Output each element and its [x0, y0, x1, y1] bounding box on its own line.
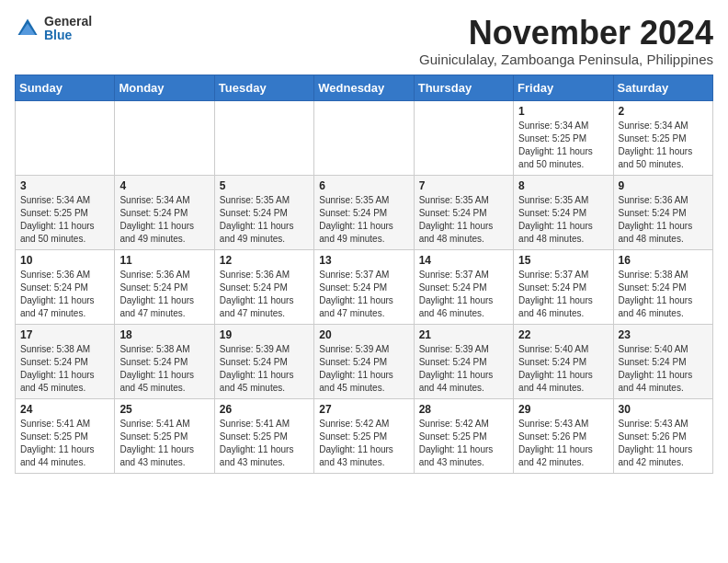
day-info: Sunrise: 5:35 AM Sunset: 5:24 PM Dayligh…: [419, 194, 508, 246]
calendar-cell: 9Sunrise: 5:36 AM Sunset: 5:24 PM Daylig…: [613, 175, 712, 249]
calendar-header-row: SundayMondayTuesdayWednesdayThursdayFrid…: [16, 75, 713, 100]
day-info: Sunrise: 5:35 AM Sunset: 5:24 PM Dayligh…: [319, 194, 408, 246]
calendar-cell: 22Sunrise: 5:40 AM Sunset: 5:24 PM Dayli…: [514, 324, 613, 398]
day-number: 16: [619, 254, 708, 267]
day-number: 18: [119, 328, 209, 341]
calendar-cell: 28Sunrise: 5:42 AM Sunset: 5:25 PM Dayli…: [414, 398, 513, 473]
calendar-cell: [314, 100, 414, 175]
day-info: Sunrise: 5:38 AM Sunset: 5:24 PM Dayligh…: [119, 343, 209, 395]
calendar-cell: 4Sunrise: 5:34 AM Sunset: 5:24 PM Daylig…: [115, 175, 214, 249]
calendar-week-row: 10Sunrise: 5:36 AM Sunset: 5:24 PM Dayli…: [16, 249, 713, 324]
calendar-cell: 14Sunrise: 5:37 AM Sunset: 5:24 PM Dayli…: [414, 249, 513, 324]
day-number: 7: [419, 179, 508, 192]
day-number: 11: [119, 254, 209, 267]
day-info: Sunrise: 5:36 AM Sunset: 5:24 PM Dayligh…: [119, 269, 209, 320]
calendar-cell: 11Sunrise: 5:36 AM Sunset: 5:24 PM Dayli…: [115, 249, 214, 324]
calendar-cell: 29Sunrise: 5:43 AM Sunset: 5:26 PM Dayli…: [514, 398, 613, 473]
calendar-cell: 16Sunrise: 5:38 AM Sunset: 5:24 PM Dayli…: [613, 249, 712, 324]
calendar-cell: [214, 100, 313, 175]
day-info: Sunrise: 5:36 AM Sunset: 5:24 PM Dayligh…: [20, 269, 109, 320]
day-number: 28: [419, 403, 508, 416]
day-number: 30: [619, 403, 708, 416]
calendar-cell: 27Sunrise: 5:42 AM Sunset: 5:25 PM Dayli…: [314, 398, 414, 473]
day-info: Sunrise: 5:36 AM Sunset: 5:24 PM Dayligh…: [220, 269, 309, 320]
calendar-cell: 18Sunrise: 5:38 AM Sunset: 5:24 PM Dayli…: [115, 324, 214, 398]
day-info: Sunrise: 5:39 AM Sunset: 5:24 PM Dayligh…: [419, 343, 508, 395]
day-number: 21: [419, 328, 508, 341]
logo-text: General Blue: [44, 15, 92, 43]
calendar-header-tuesday: Tuesday: [214, 75, 313, 100]
calendar-cell: 26Sunrise: 5:41 AM Sunset: 5:25 PM Dayli…: [214, 398, 313, 473]
calendar-cell: 10Sunrise: 5:36 AM Sunset: 5:24 PM Dayli…: [16, 249, 115, 324]
day-info: Sunrise: 5:38 AM Sunset: 5:24 PM Dayligh…: [619, 269, 708, 320]
calendar-cell: 17Sunrise: 5:38 AM Sunset: 5:24 PM Dayli…: [16, 324, 115, 398]
day-number: 29: [518, 403, 608, 416]
day-info: Sunrise: 5:35 AM Sunset: 5:24 PM Dayligh…: [220, 194, 309, 246]
calendar-cell: 30Sunrise: 5:43 AM Sunset: 5:26 PM Dayli…: [613, 398, 712, 473]
calendar-cell: 6Sunrise: 5:35 AM Sunset: 5:24 PM Daylig…: [314, 175, 414, 249]
calendar-cell: 1Sunrise: 5:34 AM Sunset: 5:25 PM Daylig…: [514, 100, 613, 175]
calendar-table: SundayMondayTuesdayWednesdayThursdayFrid…: [15, 75, 713, 474]
day-info: Sunrise: 5:37 AM Sunset: 5:24 PM Dayligh…: [319, 269, 408, 320]
day-number: 1: [518, 105, 608, 118]
calendar-cell: 21Sunrise: 5:39 AM Sunset: 5:24 PM Dayli…: [414, 324, 513, 398]
logo-blue-text: Blue: [44, 29, 92, 42]
calendar-cell: [414, 100, 513, 175]
day-info: Sunrise: 5:37 AM Sunset: 5:24 PM Dayligh…: [518, 269, 608, 320]
day-number: 17: [20, 328, 109, 341]
day-number: 5: [220, 179, 309, 192]
calendar-cell: 8Sunrise: 5:35 AM Sunset: 5:24 PM Daylig…: [514, 175, 613, 249]
calendar-header-friday: Friday: [514, 75, 613, 100]
day-number: 20: [319, 328, 408, 341]
day-number: 2: [619, 105, 708, 118]
day-info: Sunrise: 5:41 AM Sunset: 5:25 PM Dayligh…: [119, 418, 209, 469]
day-number: 3: [20, 179, 109, 192]
calendar-cell: 13Sunrise: 5:37 AM Sunset: 5:24 PM Dayli…: [314, 249, 414, 324]
calendar-cell: 12Sunrise: 5:36 AM Sunset: 5:24 PM Dayli…: [214, 249, 313, 324]
day-info: Sunrise: 5:39 AM Sunset: 5:24 PM Dayligh…: [220, 343, 309, 395]
day-number: 15: [518, 254, 608, 267]
day-number: 25: [119, 403, 209, 416]
day-number: 8: [518, 179, 608, 192]
calendar-cell: [115, 100, 214, 175]
day-info: Sunrise: 5:34 AM Sunset: 5:24 PM Dayligh…: [119, 194, 209, 246]
day-info: Sunrise: 5:34 AM Sunset: 5:25 PM Dayligh…: [518, 120, 608, 171]
day-number: 22: [518, 328, 608, 341]
day-info: Sunrise: 5:43 AM Sunset: 5:26 PM Dayligh…: [518, 418, 608, 469]
day-number: 13: [319, 254, 408, 267]
day-number: 9: [619, 179, 708, 192]
logo-general-text: General: [44, 15, 92, 29]
calendar-cell: 23Sunrise: 5:40 AM Sunset: 5:24 PM Dayli…: [613, 324, 712, 398]
calendar-cell: 15Sunrise: 5:37 AM Sunset: 5:24 PM Dayli…: [514, 249, 613, 324]
calendar-week-row: 17Sunrise: 5:38 AM Sunset: 5:24 PM Dayli…: [16, 324, 713, 398]
calendar-week-row: 1Sunrise: 5:34 AM Sunset: 5:25 PM Daylig…: [16, 100, 713, 175]
day-number: 4: [119, 179, 209, 192]
day-info: Sunrise: 5:40 AM Sunset: 5:24 PM Dayligh…: [518, 343, 608, 395]
day-number: 12: [220, 254, 309, 267]
logo-icon: [15, 16, 40, 41]
calendar-cell: 24Sunrise: 5:41 AM Sunset: 5:25 PM Dayli…: [16, 398, 115, 473]
day-info: Sunrise: 5:37 AM Sunset: 5:24 PM Dayligh…: [419, 269, 508, 320]
day-info: Sunrise: 5:43 AM Sunset: 5:26 PM Dayligh…: [619, 418, 708, 469]
day-info: Sunrise: 5:41 AM Sunset: 5:25 PM Dayligh…: [20, 418, 109, 469]
day-info: Sunrise: 5:41 AM Sunset: 5:25 PM Dayligh…: [220, 418, 309, 469]
logo: General Blue: [15, 15, 92, 43]
location-subtitle: Guiniculalay, Zamboanga Peninsula, Phili…: [419, 52, 713, 67]
day-info: Sunrise: 5:34 AM Sunset: 5:25 PM Dayligh…: [20, 194, 109, 246]
day-info: Sunrise: 5:38 AM Sunset: 5:24 PM Dayligh…: [20, 343, 109, 395]
day-number: 14: [419, 254, 508, 267]
calendar-cell: 5Sunrise: 5:35 AM Sunset: 5:24 PM Daylig…: [214, 175, 313, 249]
day-number: 6: [319, 179, 408, 192]
day-info: Sunrise: 5:42 AM Sunset: 5:25 PM Dayligh…: [319, 418, 408, 469]
header: General Blue November 2024 Guiniculalay,…: [15, 15, 713, 67]
calendar-cell: 19Sunrise: 5:39 AM Sunset: 5:24 PM Dayli…: [214, 324, 313, 398]
calendar-cell: 3Sunrise: 5:34 AM Sunset: 5:25 PM Daylig…: [16, 175, 115, 249]
calendar-header-sunday: Sunday: [16, 75, 115, 100]
month-title: November 2024: [419, 15, 713, 52]
day-info: Sunrise: 5:42 AM Sunset: 5:25 PM Dayligh…: [419, 418, 508, 469]
calendar-cell: [16, 100, 115, 175]
day-info: Sunrise: 5:34 AM Sunset: 5:25 PM Dayligh…: [619, 120, 708, 171]
calendar-cell: 25Sunrise: 5:41 AM Sunset: 5:25 PM Dayli…: [115, 398, 214, 473]
day-number: 10: [20, 254, 109, 267]
calendar-cell: 20Sunrise: 5:39 AM Sunset: 5:24 PM Dayli…: [314, 324, 414, 398]
